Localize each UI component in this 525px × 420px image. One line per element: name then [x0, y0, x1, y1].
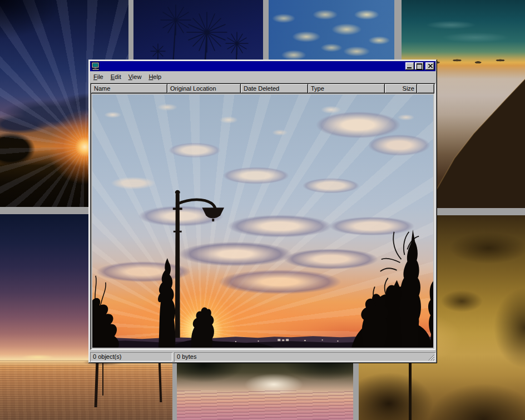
minimize-button[interactable] [405, 62, 414, 70]
menu-bar: File Edit View Help [90, 72, 435, 82]
reflection-ripples [177, 391, 353, 420]
water-ripples [0, 360, 172, 420]
file-list-view: Name Original Location Date Deleted Type… [90, 83, 435, 350]
column-header-original-location[interactable]: Original Location [167, 84, 241, 93]
water-pole [102, 363, 103, 396]
maximize-icon [417, 63, 422, 70]
recycle-bin-window: File Edit View Help Name Original Locati… [88, 60, 437, 363]
column-header-size[interactable]: Size [385, 84, 417, 93]
resize-grip[interactable] [428, 354, 435, 361]
photo-silhouettes [92, 95, 433, 348]
window-titlebar[interactable] [90, 61, 435, 71]
status-size: 0 bytes [174, 352, 435, 362]
column-header-type[interactable]: Type [308, 84, 385, 93]
menu-file[interactable]: File [90, 72, 107, 82]
menu-edit[interactable]: Edit [107, 72, 125, 82]
computer-icon [91, 62, 100, 71]
maximize-button[interactable] [415, 62, 424, 70]
column-header-row: Name Original Location Date Deleted Type… [91, 84, 434, 93]
menu-help[interactable]: Help [145, 72, 165, 82]
page: File Edit View Help Name Original Locati… [0, 0, 525, 420]
menu-view[interactable]: View [125, 72, 146, 82]
close-icon [428, 64, 433, 68]
status-bar: 0 object(s) 0 bytes [90, 351, 435, 362]
dark-pole [409, 354, 412, 420]
column-header-date-deleted[interactable]: Date Deleted [241, 84, 308, 93]
column-header-name[interactable]: Name [91, 84, 167, 93]
minimize-icon [407, 67, 412, 68]
close-button[interactable] [425, 62, 434, 70]
sunset-lamp-photo [92, 95, 433, 348]
status-object-count: 0 object(s) [90, 352, 172, 362]
column-header-filler [417, 84, 434, 93]
